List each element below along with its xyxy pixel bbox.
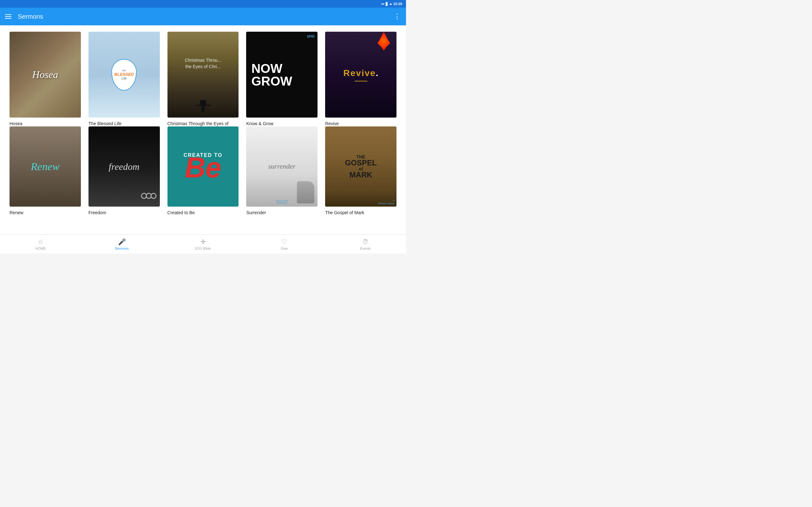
- surrender-logo: Spring CreekFellowship: [275, 200, 288, 204]
- sermon-grid: Hosea Hosea the BLESSED Life The Blessed…: [9, 32, 397, 207]
- sermon-title-hosea: Hosea: [9, 121, 81, 126]
- sermon-card-created[interactable]: CREATED TO Be Created to Be: [167, 126, 239, 207]
- hosea-thumb-text: Hosea: [32, 69, 58, 80]
- bottom-nav: ☆ HOME 🎤 Sermons ✛ ESV Bible ♡ Give ⏱ Ev…: [0, 234, 406, 253]
- give-icon: ♡: [281, 238, 287, 245]
- sermon-thumbnail-surrender: surrender Spring CreekFellowship: [246, 126, 317, 207]
- revive-underline: [355, 81, 367, 81]
- revive-text: Revive: [344, 68, 376, 78]
- sermon-title-freedom: Freedom: [89, 210, 160, 216]
- hamburger-line-2: [5, 16, 11, 17]
- knowgrow-now-text: NOW: [251, 62, 282, 75]
- knowgrow-grow-text: GROW: [251, 75, 292, 88]
- sermon-card-hosea[interactable]: Hosea Hosea: [9, 32, 81, 118]
- sermon-card-knowgrow[interactable]: SPRI NOW GROW Know & Grow: [246, 32, 317, 118]
- home-label: HOME: [36, 246, 46, 250]
- knowgrow-logo: SPRI: [307, 35, 314, 38]
- sermon-thumbnail-revive: Revive .: [325, 32, 397, 118]
- events-icon: ⏱: [362, 238, 368, 245]
- sermon-title-created: Created to Be: [167, 210, 239, 216]
- sermon-thumbnail-blessed: the BLESSED Life: [89, 32, 160, 118]
- revive-text-container: Revive .: [344, 68, 378, 78]
- esv-icon: ✛: [200, 238, 206, 245]
- sermon-card-blessed[interactable]: the BLESSED Life The Blessed Life: [89, 32, 160, 118]
- svg-rect-1: [195, 105, 211, 106]
- app-header: Sermons ⋮: [0, 8, 406, 25]
- menu-button[interactable]: [5, 14, 11, 19]
- sermon-title-revive: Revive: [325, 121, 397, 126]
- hamburger-line-1: [5, 14, 11, 15]
- home-icon: ☆: [38, 238, 44, 245]
- sermon-title-blessed: The Blessed Life: [89, 121, 160, 126]
- sermon-thumbnail-christmas: Christmas Throu... the Eyes of Chri...: [167, 32, 239, 118]
- sermon-thumbnail-renew: Renew: [9, 126, 81, 207]
- chain-svg: [141, 191, 157, 201]
- sermon-thumbnail-knowgrow: SPRI NOW GROW: [246, 32, 317, 118]
- header-left: Sermons: [5, 13, 43, 20]
- blessed-the-text: the: [114, 69, 134, 72]
- status-bar: ▾▾ ▊ ▰ 10:26: [0, 0, 406, 8]
- sermon-thumbnail-freedom: freedom: [89, 126, 160, 207]
- sermon-card-gospel[interactable]: THE GOSPEL of MARK 〜 SPRING CREEK The Go…: [325, 126, 397, 207]
- gospel-mark-text: MARK: [345, 171, 377, 179]
- nav-home[interactable]: ☆ HOME: [0, 238, 81, 250]
- sermons-icon: 🎤: [118, 238, 126, 245]
- christmas-thumb-text: Christmas Throu... the Eyes of Chri...: [167, 57, 239, 70]
- status-time: 10:26: [393, 2, 402, 6]
- sermon-title-gospel: The Gospel of Mark: [325, 210, 397, 216]
- sermon-thumbnail-created: CREATED TO Be: [167, 126, 239, 207]
- svg-rect-2: [201, 106, 205, 112]
- sermon-card-surrender[interactable]: surrender Spring CreekFellowship Surrend…: [246, 126, 317, 207]
- esv-label: ESV Bible: [195, 246, 211, 250]
- sermon-title-renew: Renew: [9, 210, 81, 216]
- freedom-thumb-text: freedom: [109, 161, 140, 172]
- more-options-button[interactable]: ⋮: [394, 13, 401, 20]
- sermon-title-surrender: Surrender: [246, 210, 317, 216]
- blessed-life-text: Life: [114, 77, 134, 80]
- created-be-text: Be: [185, 155, 221, 181]
- sermon-thumbnail-gospel: THE GOSPEL of MARK 〜 SPRING CREEK: [325, 126, 397, 207]
- sermon-title-knowgrow: Know & Grow: [246, 121, 317, 126]
- revive-dot: .: [376, 68, 378, 78]
- gospel-gospel-text: GOSPEL: [345, 159, 377, 167]
- hamburger-line-3: [5, 18, 11, 19]
- status-icons: ▾▾ ▊ ▰ 10:26: [381, 2, 402, 6]
- surrender-thumb-text: surrender: [268, 162, 296, 170]
- sermon-card-freedom[interactable]: freedom Freedom: [89, 126, 160, 207]
- blessed-word-text: BLESSED: [114, 72, 134, 77]
- blessed-drop-shape: the BLESSED Life: [111, 59, 137, 91]
- chain-decoration: [141, 191, 157, 202]
- sermon-thumbnail-hosea: Hosea: [9, 32, 81, 118]
- blessed-inner-text: the BLESSED Life: [112, 66, 136, 83]
- nav-sermons[interactable]: 🎤 Sermons: [81, 238, 162, 250]
- page-title: Sermons: [18, 13, 43, 20]
- created-top-text: CREATED TO: [184, 153, 223, 158]
- nav-events[interactable]: ⏱ Events: [325, 238, 406, 250]
- battery-icon: ▰: [390, 2, 392, 6]
- give-label: Give: [281, 246, 288, 250]
- wifi-icon: ▾▾: [381, 2, 385, 6]
- sermon-card-renew[interactable]: Renew Renew: [9, 126, 81, 207]
- nav-give[interactable]: ♡ Give: [244, 238, 325, 250]
- surrender-hand-shape: [297, 181, 314, 204]
- main-content: Hosea Hosea the BLESSED Life The Blessed…: [0, 25, 406, 234]
- revive-fire-icon: [377, 32, 390, 51]
- renew-thumb-text: Renew: [31, 161, 60, 173]
- sermons-label: Sermons: [115, 246, 129, 250]
- svg-rect-0: [200, 100, 206, 105]
- gospel-spring-creek-logo: 〜 SPRING CREEK: [378, 199, 395, 205]
- gospel-text-block: THE GOSPEL of MARK: [343, 152, 379, 181]
- sermon-card-revive[interactable]: Revive . Revive Revival 2021: [325, 32, 397, 118]
- nav-esv[interactable]: ✛ ESV Bible: [162, 238, 244, 250]
- signal-icon: ▊: [386, 2, 388, 6]
- sermon-card-christmas[interactable]: Christmas Throu... the Eyes of Chri... C…: [167, 32, 239, 118]
- surrender-inner: surrender Spring CreekFellowship: [246, 126, 317, 207]
- events-label: Events: [360, 246, 371, 250]
- christmas-silhouette: [190, 99, 216, 114]
